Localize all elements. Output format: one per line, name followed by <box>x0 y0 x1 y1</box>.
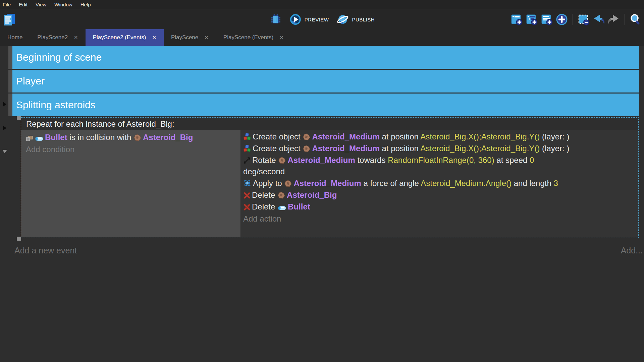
object-name: Asteroid_Medium <box>287 156 355 165</box>
debug-button[interactable] <box>269 13 282 26</box>
add-button[interactable]: Add... <box>621 246 643 255</box>
tab-playscene2-events[interactable]: PlayScene2 (Events) ✕ <box>86 29 164 46</box>
delete-selection-button[interactable] <box>577 13 590 26</box>
event-group-splitting-asteroids[interactable]: Splitting asteroids <box>12 94 639 116</box>
instruction-text: Create object <box>253 132 303 141</box>
toolbar-separator <box>573 14 573 25</box>
instruction-text: at position <box>380 132 420 141</box>
tab-playscene[interactable]: PlayScene ✕ <box>164 29 216 46</box>
add-action-button[interactable]: Add action <box>243 213 634 225</box>
repeat-event[interactable]: Repeat for each instance of Asteroid_Big… <box>21 117 639 238</box>
publish-button[interactable]: PUBLISH <box>336 13 375 26</box>
tab-playscene-events[interactable]: PlayScene (Events) ✕ <box>216 29 291 46</box>
add-subevent-button[interactable] <box>525 13 538 26</box>
selection-handle[interactable] <box>17 116 21 120</box>
asteroid-icon <box>303 145 310 152</box>
add-more-icon <box>555 13 568 26</box>
menu-help[interactable]: Help <box>76 0 95 9</box>
tab-home[interactable]: Home <box>0 29 30 46</box>
delete-selection-icon <box>578 13 590 25</box>
undo-button[interactable] <box>592 13 605 26</box>
condition-row[interactable]: Bullet is in collision with Asteroid_Big <box>26 132 238 143</box>
object-name: Asteroid_Medium <box>312 144 379 153</box>
gdevelop-events-logo-icon <box>2 12 17 28</box>
collapse-group-icon[interactable] <box>3 102 6 107</box>
create-object-icon <box>244 145 251 152</box>
expression-value: 3 <box>553 179 558 188</box>
events-sheet: Beginning of scene Player Splitting aste… <box>0 46 644 362</box>
event-group-player[interactable]: Player <box>12 70 639 93</box>
menu-bar: File Edit View Window Help <box>0 0 644 9</box>
close-tab-icon[interactable]: ✕ <box>204 35 209 41</box>
selection-handle[interactable] <box>17 237 21 241</box>
action-row[interactable]: Delete Bullet <box>243 201 634 213</box>
instruction-text: (layer: ) <box>540 144 569 153</box>
preview-button[interactable]: PREVIEW <box>289 13 329 25</box>
instruction-text: is in collision with <box>67 133 133 142</box>
search-icon <box>629 13 642 26</box>
asteroid-icon <box>278 157 286 164</box>
action-row[interactable]: Create object Asteroid_Medium at positio… <box>243 143 634 154</box>
action-row[interactable]: Create object Asteroid_Medium at positio… <box>243 131 634 142</box>
expression-value: RandomFloatInRange(0, 360) <box>388 156 494 165</box>
instruction-text: Delete <box>252 190 277 199</box>
tab-label: PlayScene <box>171 34 198 41</box>
publish-label: PUBLISH <box>352 17 375 22</box>
rotate-icon <box>244 157 251 164</box>
delete-icon <box>244 204 250 210</box>
instruction-text: and length <box>512 179 553 188</box>
collapse-group-icon[interactable] <box>3 126 6 130</box>
close-tab-icon[interactable]: ✕ <box>279 35 284 41</box>
action-row[interactable]: Apply to Asteroid_Medium a force of angl… <box>243 178 634 189</box>
asteroid-icon <box>284 180 292 187</box>
close-tab-icon[interactable]: ✕ <box>74 35 78 41</box>
instruction-text: a force of angle <box>361 179 421 188</box>
add-more-button[interactable] <box>555 13 568 26</box>
asteroid-icon <box>134 134 141 141</box>
conditions-panel[interactable]: Bullet is in collision with Asteroid_Big… <box>21 130 241 237</box>
close-tab-icon[interactable]: ✕ <box>152 35 156 41</box>
instruction-text: Create object <box>253 144 303 153</box>
expand-group-icon[interactable] <box>2 150 7 153</box>
menu-window[interactable]: Window <box>50 0 76 9</box>
tab-label: Home <box>7 34 22 41</box>
instruction-text: at position <box>380 144 420 153</box>
collision-icon <box>26 136 33 141</box>
add-condition-button[interactable]: Add condition <box>26 144 238 155</box>
add-new-event-button[interactable]: Add a new event <box>14 246 77 255</box>
menu-file[interactable]: File <box>3 0 15 9</box>
create-object-icon <box>244 133 251 140</box>
object-name: Asteroid_Big <box>143 133 193 142</box>
bullet-icon <box>278 206 286 210</box>
add-comment-button[interactable] <box>540 13 553 26</box>
menu-view[interactable]: View <box>32 0 50 9</box>
expression-value: Asteroid_Medium.Angle() <box>421 179 512 188</box>
actions-panel[interactable]: Create object Asteroid_Medium at positio… <box>241 130 638 237</box>
redo-icon <box>607 13 620 26</box>
toolbar: PREVIEW PUBLISH <box>0 9 644 29</box>
delete-icon <box>244 192 250 199</box>
action-row[interactable]: Rotate Asteroid_Medium towards RandomFlo… <box>243 155 634 177</box>
search-button[interactable] <box>629 13 642 26</box>
tab-playscene2[interactable]: PlayScene2 ✕ <box>30 29 85 46</box>
repeat-event-header[interactable]: Repeat for each instance of Asteroid_Big… <box>21 118 638 130</box>
apply-force-icon <box>244 179 251 187</box>
instruction-text: Rotate <box>252 156 278 165</box>
object-name: Asteroid_Big <box>287 190 337 199</box>
event-group-beginning-of-scene[interactable]: Beginning of scene <box>12 46 639 69</box>
add-event-button[interactable] <box>510 13 523 26</box>
expression-value: 0 <box>530 156 534 165</box>
preview-label: PREVIEW <box>305 17 329 22</box>
bullet-icon <box>35 136 43 141</box>
instruction-text: Delete <box>252 202 277 211</box>
tab-label: PlayScene2 <box>37 34 68 41</box>
redo-button[interactable] <box>607 13 620 26</box>
menu-edit[interactable]: Edit <box>15 0 32 9</box>
instruction-text: deg/second <box>243 167 285 176</box>
toolbar-separator <box>625 14 625 25</box>
action-row[interactable]: Delete Asteroid_Big <box>243 189 634 201</box>
tab-label: PlayScene (Events) <box>223 34 273 41</box>
expression-value: Asteroid_Big.X();Asteroid_Big.Y() <box>420 132 540 141</box>
asteroid-icon <box>278 192 285 199</box>
add-subevent-icon <box>526 13 538 25</box>
